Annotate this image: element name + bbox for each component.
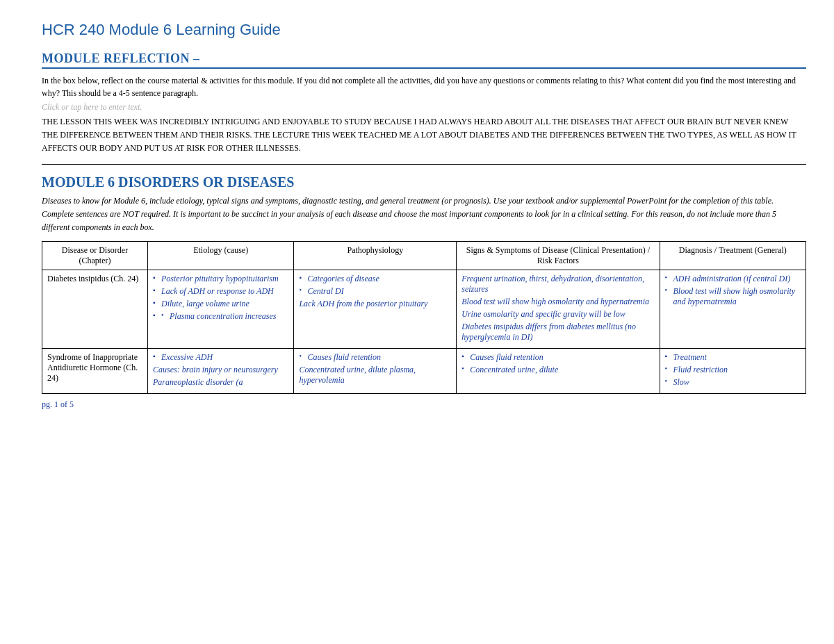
col-header-etiology: Etiology (cause) [147, 242, 293, 270]
patho-text: Lack ADH from the posterior pituitary [299, 299, 451, 309]
reflection-content: THE LESSON THIS WEEK WAS INCREDIBLY INTR… [42, 115, 806, 156]
etiology-di: Posterior pituitary hypopituitarism Lack… [147, 270, 293, 349]
list-item: Treatment [665, 352, 801, 363]
section-divider [42, 164, 806, 165]
list-item: ADH administration (if central DI) [665, 274, 801, 284]
module-reflection-header: Module Reflection – [42, 51, 806, 69]
list-item: Causes fluid retention [461, 352, 654, 363]
list-item: Plasma concentration increases [153, 311, 288, 322]
signs-siadh: Causes fluid retention Concentrated urin… [457, 349, 660, 394]
etiology-text: Paraneoplastic disorder (a [153, 377, 288, 388]
signs-di: Frequent urination, thirst, dehydration,… [457, 270, 660, 349]
list-item: Fluid restriction [665, 365, 801, 375]
module6-instructions: Diseases to know for Module 6, include e… [42, 195, 806, 235]
list-item: Central DI [299, 286, 451, 297]
table-row-siadh: Syndrome of Inappropriate Antidiuretic H… [42, 349, 806, 394]
list-item: Dilute, large volume urine [153, 299, 288, 309]
list-item: Excessive ADH [153, 352, 288, 363]
diagnosis-di: ADH administration (if central DI) Blood… [660, 270, 806, 349]
page-title: HCR 240 Module 6 Learning Guide [42, 21, 806, 39]
table-row-diabetes-insipidus: Diabetes insipidus (Ch. 24) Posterior pi… [42, 270, 806, 349]
signs-text: Frequent urination, thirst, dehydration,… [461, 274, 654, 295]
reflection-placeholder: Click or tap here to enter text. [42, 102, 806, 113]
list-item: Concentrated urine, dilute [461, 365, 654, 375]
disorders-table: Disease or Disorder (Chapter) Etiology (… [42, 241, 806, 394]
signs-text: Urine osmolarity and specific gravity wi… [461, 309, 654, 320]
disease-name-siadh: Syndrome of Inappropriate Antidiuretic H… [42, 349, 148, 394]
col-header-diagnosis: Diagnosis / Treatment (General) [660, 242, 806, 270]
etiology-siadh: Excessive ADH Causes: brain injury or ne… [147, 349, 293, 394]
signs-text: Blood test will show high osmolarity and… [461, 297, 654, 307]
reflection-instructions: In the box below, reflect on the course … [42, 74, 806, 99]
list-item: Blood test will show high osmolarity and… [665, 286, 801, 307]
etiology-text: Causes: brain injury or neurosurgery [153, 365, 288, 375]
pathophysiology-di: Categories of disease Central DI Lack AD… [294, 270, 457, 349]
page-footer: pg. 1 of 5 [42, 399, 806, 410]
diagnosis-siadh: Treatment Fluid restriction Slow [660, 349, 806, 394]
list-item: Categories of disease [299, 274, 451, 284]
list-item: Plasma concentration increases [161, 311, 288, 322]
col-header-disease: Disease or Disorder (Chapter) [42, 242, 148, 270]
list-item: Posterior pituitary hypopituitarism [153, 274, 288, 284]
signs-text: Diabetes insipidus differs from diabetes… [461, 322, 654, 342]
list-item: Lack of ADH or response to ADH [153, 286, 288, 297]
patho-text: Concentrated urine, dilute plasma, hyper… [299, 365, 451, 386]
col-header-signs: Signs & Symptoms of Disease (Clinical Pr… [457, 242, 660, 270]
module6-header: MODULE 6 Disorders or Diseases [42, 174, 806, 190]
list-item: Causes fluid retention [299, 352, 451, 363]
disease-name-di: Diabetes insipidus (Ch. 24) [42, 270, 148, 349]
list-item: Slow [665, 377, 801, 388]
pathophysiology-siadh: Causes fluid retention Concentrated urin… [294, 349, 457, 394]
col-header-pathophysiology: Pathophysiology [294, 242, 457, 270]
